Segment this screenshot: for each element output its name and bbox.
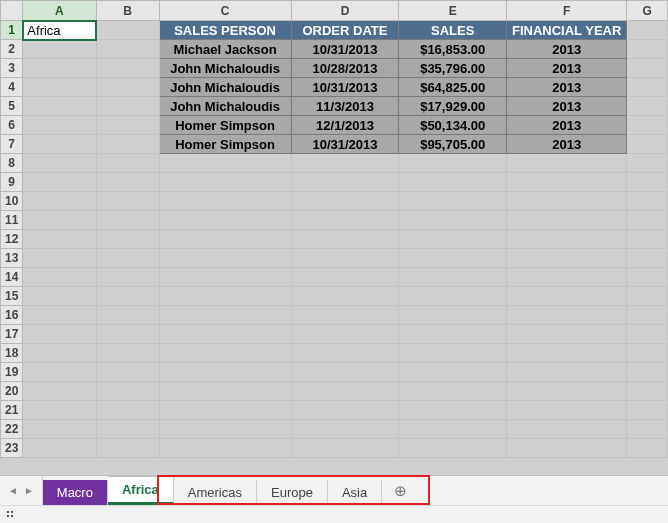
cell[interactable] [96,344,159,363]
cell[interactable] [23,135,96,154]
table-cell[interactable]: $50,134.00 [399,116,507,135]
row-header-1[interactable]: 1 [1,21,23,40]
cell-B1[interactable] [96,21,159,40]
cell[interactable] [96,249,159,268]
row-header-6[interactable]: 6 [1,116,23,135]
table-cell[interactable]: John Michaloudis [159,78,291,97]
cell[interactable] [627,40,668,59]
table-cell[interactable]: Homer Simpson [159,116,291,135]
cell[interactable] [159,382,291,401]
cell[interactable] [507,401,627,420]
cell[interactable] [291,230,399,249]
row-header-21[interactable]: 21 [1,401,23,420]
table-cell[interactable]: 2013 [507,59,627,78]
cell[interactable] [159,306,291,325]
cell[interactable] [399,325,507,344]
cell[interactable] [507,268,627,287]
col-header-G[interactable]: G [627,1,668,21]
cell[interactable] [627,97,668,116]
table-cell[interactable]: 2013 [507,116,627,135]
table-cell[interactable]: John Michaloudis [159,59,291,78]
cell[interactable] [96,211,159,230]
cell[interactable] [23,59,96,78]
cell[interactable] [627,401,668,420]
cell[interactable] [627,192,668,211]
table-cell[interactable]: 11/3/2013 [291,97,399,116]
cell[interactable] [159,287,291,306]
cell[interactable] [96,40,159,59]
cell[interactable] [291,192,399,211]
table-cell[interactable]: John Michaloudis [159,97,291,116]
cell[interactable] [96,401,159,420]
table-header[interactable]: ORDER DATE [291,21,399,40]
cell[interactable] [23,154,96,173]
row-header-16[interactable]: 16 [1,306,23,325]
cell[interactable] [291,306,399,325]
row-header-14[interactable]: 14 [1,268,23,287]
cell[interactable] [627,21,668,40]
cell[interactable] [159,344,291,363]
table-cell[interactable]: 10/31/2013 [291,78,399,97]
col-header-B[interactable]: B [96,1,159,21]
cell[interactable] [399,211,507,230]
cell[interactable] [291,439,399,458]
row-header-12[interactable]: 12 [1,230,23,249]
cell[interactable] [23,306,96,325]
cell[interactable] [23,249,96,268]
cell[interactable] [399,401,507,420]
cell[interactable] [96,287,159,306]
cell[interactable] [507,154,627,173]
cell[interactable] [291,344,399,363]
cell[interactable] [159,154,291,173]
cell[interactable] [291,401,399,420]
cell[interactable] [507,363,627,382]
cell[interactable] [23,97,96,116]
cell[interactable] [23,363,96,382]
cell[interactable] [399,439,507,458]
cell[interactable] [96,116,159,135]
cell[interactable] [23,401,96,420]
cell[interactable] [399,287,507,306]
row-header-23[interactable]: 23 [1,439,23,458]
cell[interactable] [159,211,291,230]
table-header[interactable]: SALES PERSON [159,21,291,40]
table-cell[interactable]: Homer Simpson [159,135,291,154]
row-header-5[interactable]: 5 [1,97,23,116]
cell[interactable] [399,306,507,325]
row-header-19[interactable]: 19 [1,363,23,382]
cell[interactable] [23,192,96,211]
cell[interactable] [96,420,159,439]
col-header-A[interactable]: A [23,1,96,21]
cell[interactable] [96,78,159,97]
select-all-corner[interactable] [1,1,23,21]
table-header[interactable]: FINANCIAL YEAR [507,21,627,40]
cell[interactable] [159,363,291,382]
cell[interactable] [627,439,668,458]
cell[interactable] [507,382,627,401]
row-header-10[interactable]: 10 [1,192,23,211]
cell[interactable] [507,420,627,439]
cell[interactable] [627,135,668,154]
cell[interactable] [399,192,507,211]
row-header-3[interactable]: 3 [1,59,23,78]
tab-nav-prev-icon[interactable]: ◄ [8,485,18,496]
cell[interactable] [23,230,96,249]
cell[interactable] [291,154,399,173]
cell[interactable] [399,382,507,401]
cell[interactable] [23,382,96,401]
tab-nav-next-icon[interactable]: ► [24,485,34,496]
cell[interactable] [507,325,627,344]
table-cell[interactable]: 2013 [507,135,627,154]
cell[interactable] [291,382,399,401]
cell[interactable] [627,344,668,363]
cell[interactable] [96,268,159,287]
table-cell[interactable]: $95,705.00 [399,135,507,154]
cell[interactable] [627,268,668,287]
add-sheet-button[interactable]: ⊕ [382,476,419,505]
cell[interactable] [507,306,627,325]
cell[interactable] [96,363,159,382]
table-cell[interactable]: $17,929.00 [399,97,507,116]
cell[interactable] [96,382,159,401]
table-cell[interactable]: 10/28/2013 [291,59,399,78]
sheet-tab-asia[interactable]: Asia [328,480,382,505]
